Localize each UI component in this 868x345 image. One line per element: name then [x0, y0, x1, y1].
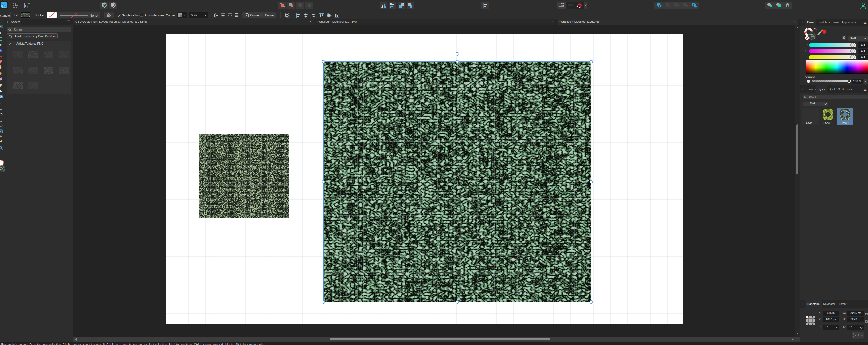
svg-text:0 %: 0 %: [191, 13, 197, 17]
svg-text:A: A: [0, 130, 1, 133]
svg-text:4: 4: [0, 102, 1, 105]
svg-text:None: None: [90, 13, 97, 17]
